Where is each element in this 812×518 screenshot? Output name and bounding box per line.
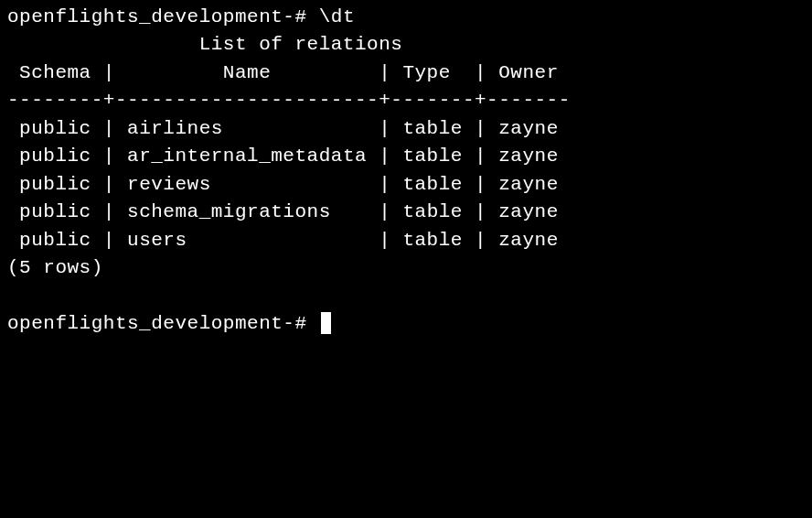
table-divider: --------+----------------------+-------+… (7, 87, 805, 114)
row-count: (5 rows) (7, 254, 805, 282)
table-row: public | schema_migrations | table | zay… (7, 199, 805, 226)
table-header: Schema | Name | Type | Owner (7, 59, 805, 87)
prompt-line[interactable]: openflights_development-# (7, 310, 805, 338)
table-row: public | users | table | zayne (7, 227, 805, 254)
table-row: public | airlines | table | zayne (7, 115, 805, 143)
prompt: openflights_development-# (7, 6, 307, 27)
table-row: public | reviews | table | zayne (7, 171, 805, 199)
command-line: openflights_development-# \dt (7, 4, 805, 31)
prompt: openflights_development-# (7, 313, 307, 334)
cursor-icon (321, 312, 331, 334)
table-title: List of relations (7, 31, 805, 59)
command: \dt (319, 6, 355, 27)
table-row: public | ar_internal_metadata | table | … (7, 143, 805, 170)
terminal-output[interactable]: openflights_development-# \dt List of re… (7, 4, 805, 338)
blank-line (7, 282, 805, 309)
